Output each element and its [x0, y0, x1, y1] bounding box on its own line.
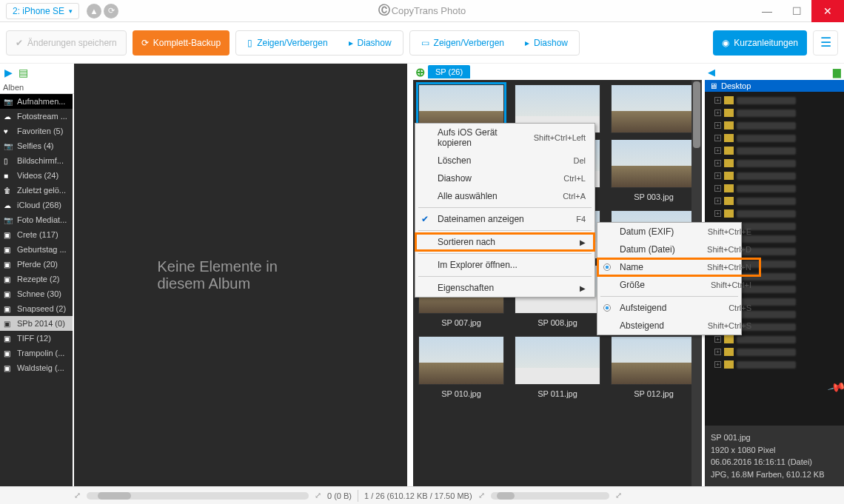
- sidebar-album-item[interactable]: ▯Bildschirmf...: [0, 153, 73, 168]
- device-show-hide-button[interactable]: ▯Zeigen/Verbergen: [238, 33, 336, 53]
- expand-icon[interactable]: ⤢: [74, 491, 81, 500]
- sidebar-album-item[interactable]: 📷Foto Mediat...: [0, 212, 73, 227]
- meta-resolution: 1920 x 1080 Pixel: [711, 444, 838, 457]
- tree-item[interactable]: +: [707, 346, 842, 358]
- menu-item[interactable]: NameShift+Ctrl+N: [597, 258, 760, 276]
- context-menu[interactable]: Aufs iOS Gerät kopierenShift+Ctrl+LeftLö…: [415, 123, 595, 298]
- tree-item[interactable]: +: [707, 182, 842, 195]
- menu-item[interactable]: LöschenDel: [415, 152, 595, 169]
- tree-item[interactable]: +: [707, 169, 842, 182]
- thumbnail-item[interactable]: [607, 84, 700, 136]
- menu-item[interactable]: Aufs iOS Gerät kopierenShift+Ctrl+Left: [415, 124, 595, 152]
- collapse-icon[interactable]: ◀: [708, 67, 715, 78]
- tree-item[interactable]: +: [707, 195, 842, 207]
- device-selector[interactable]: 2: iPhone SE ▾: [6, 3, 79, 19]
- play-icon[interactable]: ▶: [4, 67, 13, 78]
- menu-item[interactable]: Sortieren nach▶: [415, 233, 595, 251]
- pc-slideshow-button[interactable]: ▸Diashow: [516, 33, 577, 53]
- empty-album-message: Keine Elemente in diesem Album: [158, 258, 324, 292]
- menu-item[interactable]: Im Explorer öffnen...: [415, 256, 595, 274]
- menu-item[interactable]: DiashowCtrl+L: [415, 169, 595, 187]
- context-submenu[interactable]: Datum (EXIF)Shift+Ctrl+EDatum (Datei)Shi…: [597, 222, 742, 335]
- menu-item[interactable]: Alle auswählenCtrl+A: [415, 187, 595, 205]
- expand-icon[interactable]: ⤢: [615, 491, 622, 500]
- menu-item[interactable]: Datum (Datei)Shift+Ctrl+D: [597, 241, 760, 258]
- explorer-root[interactable]: 🖥 Desktop: [705, 80, 844, 92]
- sidebar-album-item[interactable]: 📷Selfies (4): [0, 138, 73, 153]
- sidebar-album-item[interactable]: ☁Fotostream ...: [0, 109, 73, 124]
- expand-toggle-icon[interactable]: +: [714, 97, 721, 104]
- sidebar-album-item[interactable]: ▣Crete (117): [0, 227, 73, 242]
- sidebar-album-item[interactable]: ▣SPb 2014 (0): [0, 316, 73, 331]
- tree-item[interactable]: +: [707, 207, 842, 220]
- menu-item[interactable]: Eigenschaften▶: [415, 279, 595, 297]
- sidebar-album-item[interactable]: 📷Aufnahmen...: [0, 94, 73, 109]
- menu-item-shortcut: Shift+Ctrl+D: [707, 245, 751, 254]
- expand-toggle-icon[interactable]: +: [714, 147, 721, 154]
- tree-label-blurred: [737, 122, 796, 130]
- expand-icon[interactable]: ⤢: [478, 491, 485, 500]
- thumbnail-item[interactable]: SP 012.jpg: [607, 336, 700, 404]
- tree-item[interactable]: +: [707, 144, 842, 157]
- thumbnail-image: [611, 336, 697, 385]
- expand-toggle-icon[interactable]: +: [714, 361, 721, 368]
- menu-item-shortcut: F4: [576, 215, 586, 224]
- tree-label-blurred: [737, 110, 796, 117]
- menu-item[interactable]: GrößeShift+Ctrl+I: [597, 276, 760, 294]
- sidebar-album-item[interactable]: ■Videos (24): [0, 168, 73, 183]
- album-label: Bildschirmf...: [17, 156, 64, 165]
- device-slideshow-button[interactable]: ▸Diashow: [340, 33, 401, 53]
- tree-item[interactable]: +: [707, 119, 842, 132]
- pin-icon[interactable]: 📌: [827, 377, 844, 397]
- menu-item[interactable]: AbsteigendShift+Ctrl+S: [597, 317, 760, 335]
- sidebar-album-item[interactable]: ▣Trampolin (...: [0, 346, 73, 360]
- expand-toggle-icon[interactable]: +: [714, 160, 721, 167]
- tree-item[interactable]: +: [707, 358, 842, 371]
- sidebar-album-item[interactable]: ☁iCloud (268): [0, 198, 73, 212]
- expand-toggle-icon[interactable]: +: [714, 135, 721, 141]
- image-icon[interactable]: ▤: [19, 67, 28, 78]
- sidebar-album-item[interactable]: ▣Rezepte (2): [0, 272, 73, 286]
- maximize-button[interactable]: ☐: [782, 0, 811, 22]
- expand-toggle-icon[interactable]: +: [714, 185, 721, 192]
- thumbnail-item[interactable]: SP 003.jpg: [607, 139, 700, 207]
- close-button[interactable]: ✕: [811, 0, 844, 22]
- sidebar-album-item[interactable]: ▣Geburtstag ...: [0, 242, 73, 257]
- eject-icon[interactable]: ▲: [87, 4, 101, 19]
- expand-toggle-icon[interactable]: +: [714, 172, 721, 179]
- menu-item[interactable]: AufsteigendCtrl+S: [597, 299, 760, 317]
- refresh-icon[interactable]: ⟳: [104, 4, 118, 19]
- sidebar-album-item[interactable]: ♥Favoriten (5): [0, 124, 73, 138]
- quick-guides-button[interactable]: ◉ Kurzanleitungen: [713, 30, 807, 56]
- sidebar-album-item[interactable]: ▣Schnee (30): [0, 286, 73, 301]
- expand-icon[interactable]: ⤢: [315, 491, 321, 500]
- sidebar-album-item[interactable]: 🗑Zuletzt gelö...: [0, 183, 73, 198]
- sidebar-album-item[interactable]: ▣Waldsteig (...: [0, 360, 73, 375]
- sidebar-album-item[interactable]: ▣Pferde (20): [0, 257, 73, 272]
- thumbnail-item[interactable]: SP 011.jpg: [511, 336, 604, 404]
- folder-tab[interactable]: SP (26): [428, 65, 470, 78]
- thumbnail-item[interactable]: SP 010.jpg: [415, 336, 508, 404]
- folder-icon[interactable]: ▆: [833, 66, 841, 78]
- sidebar-album-item[interactable]: ▣Snapseed (2): [0, 301, 73, 316]
- expand-toggle-icon[interactable]: +: [714, 336, 721, 343]
- full-backup-button[interactable]: ⟳ Komplett-Backup: [133, 30, 230, 56]
- add-icon[interactable]: ⊕: [415, 65, 425, 79]
- tree-item[interactable]: +: [707, 94, 842, 107]
- tree-item[interactable]: +: [707, 107, 842, 119]
- menu-button[interactable]: ☰: [813, 30, 838, 56]
- expand-toggle-icon[interactable]: +: [714, 122, 721, 129]
- pc-show-hide-button[interactable]: ▭Zeigen/Verbergen: [412, 33, 513, 53]
- tree-item[interactable]: +: [707, 157, 842, 169]
- sidebar-album-item[interactable]: ▣TIFF (12): [0, 331, 73, 346]
- expand-toggle-icon[interactable]: +: [714, 198, 721, 204]
- expand-toggle-icon[interactable]: +: [714, 110, 721, 116]
- tree-item[interactable]: +: [707, 132, 842, 144]
- expand-toggle-icon[interactable]: +: [714, 210, 721, 217]
- right-zoom-scroll[interactable]: [491, 492, 609, 500]
- menu-item[interactable]: Datum (EXIF)Shift+Ctrl+E: [597, 223, 760, 241]
- expand-toggle-icon[interactable]: +: [714, 349, 721, 355]
- menu-item[interactable]: ✔Dateinamen anzeigenF4: [415, 210, 595, 228]
- left-zoom-scroll[interactable]: [87, 492, 309, 500]
- minimize-button[interactable]: —: [752, 0, 782, 22]
